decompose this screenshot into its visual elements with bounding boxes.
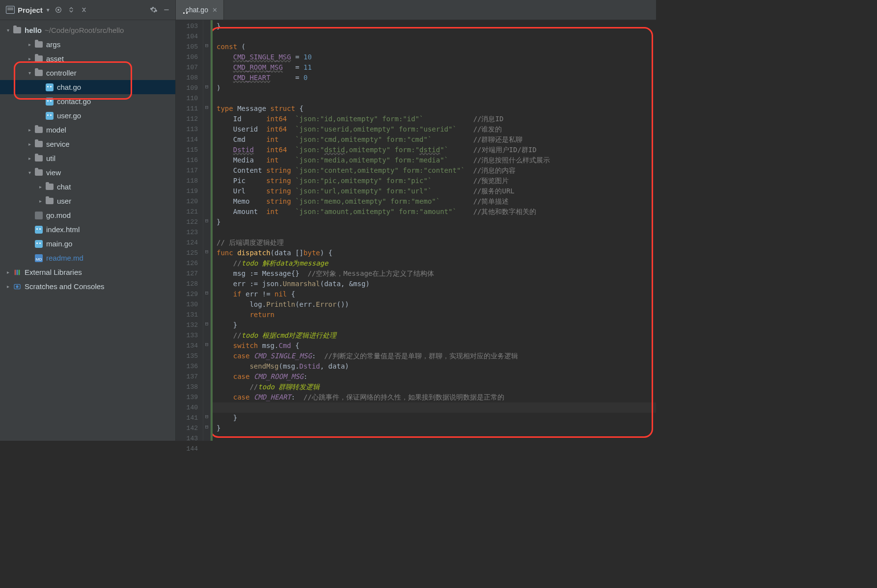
fold-marker[interactable] — [203, 185, 210, 195]
tree-item-chat[interactable]: ▸chat — [0, 180, 175, 194]
code-text[interactable]: } const ( CMD_SINGLE_MSG = 10 CMD_ROOM_M… — [213, 20, 656, 433]
fold-marker[interactable] — [203, 278, 210, 288]
fold-marker[interactable] — [203, 72, 210, 82]
tree-item-contact-go[interactable]: contact.go — [0, 94, 175, 108]
line-number[interactable]: 135 — [176, 351, 203, 361]
fold-marker[interactable]: ⊟ — [203, 288, 210, 298]
fold-marker[interactable] — [203, 154, 210, 164]
fold-marker[interactable] — [203, 267, 210, 278]
fold-marker[interactable]: ⊟ — [203, 340, 210, 350]
line-number[interactable]: 103 — [176, 21, 203, 31]
fold-marker[interactable] — [203, 20, 210, 30]
chevron-right-icon[interactable]: ▸ — [27, 156, 32, 161]
fold-marker[interactable] — [203, 123, 210, 134]
chevron-right-icon[interactable]: ▸ — [5, 269, 11, 275]
fold-marker[interactable] — [203, 226, 210, 237]
line-number[interactable]: 141 — [176, 413, 203, 423]
line-number[interactable]: 140 — [176, 402, 203, 413]
tree-item-user[interactable]: ▸user — [0, 194, 175, 208]
line-number[interactable]: 110 — [176, 93, 203, 104]
line-number[interactable]: 126 — [176, 258, 203, 268]
tree-item-model[interactable]: ▸model — [0, 123, 175, 137]
line-number[interactable]: 115 — [176, 145, 203, 155]
line-number[interactable]: 129 — [176, 289, 203, 299]
line-number[interactable]: 117 — [176, 165, 203, 176]
minimize-icon[interactable] — [162, 5, 171, 15]
line-gutter[interactable]: 1031041051061071081091101111121131141151… — [176, 20, 203, 441]
line-number[interactable]: 138 — [176, 382, 203, 392]
fold-marker[interactable] — [203, 401, 210, 412]
chevron-right-icon[interactable]: ▸ — [27, 56, 32, 62]
line-number[interactable]: 142 — [176, 423, 203, 433]
line-number[interactable]: 131 — [176, 310, 203, 320]
fold-marker[interactable] — [203, 257, 210, 267]
line-number[interactable]: 106 — [176, 52, 203, 62]
fold-marker[interactable]: ⊟ — [203, 412, 210, 422]
fold-marker[interactable]: ⊟ — [203, 319, 210, 329]
fold-marker[interactable] — [203, 206, 210, 216]
tree-item-readme-md[interactable]: MDreadme.md — [0, 251, 175, 265]
fold-marker[interactable] — [203, 432, 210, 443]
line-number[interactable]: 130 — [176, 299, 203, 310]
fold-marker[interactable] — [203, 113, 210, 123]
line-number[interactable]: 108 — [176, 73, 203, 83]
line-number[interactable]: 136 — [176, 361, 203, 372]
line-number[interactable]: 137 — [176, 372, 203, 382]
tree-item-user-go[interactable]: user.go — [0, 108, 175, 123]
line-number[interactable]: 122 — [176, 217, 203, 227]
line-number[interactable]: 109 — [176, 83, 203, 93]
chevron-right-icon[interactable]: ▸ — [5, 284, 11, 290]
tree-item-controller[interactable]: ▾controller — [0, 66, 175, 80]
line-number[interactable]: 124 — [176, 238, 203, 248]
line-number[interactable]: 144 — [176, 444, 203, 454]
tree-item-main-go[interactable]: main.go — [0, 237, 175, 251]
locate-icon[interactable] — [54, 5, 63, 15]
fold-marker[interactable]: ⊟ — [203, 247, 210, 257]
fold-marker[interactable]: ⊟ — [203, 216, 210, 226]
line-number[interactable]: 112 — [176, 114, 203, 124]
tree-root[interactable]: ▾ hello ~/Code/goRoot/src/hello — [0, 23, 175, 37]
fold-marker[interactable] — [203, 391, 210, 401]
line-number[interactable]: 139 — [176, 392, 203, 402]
fold-marker[interactable]: ⊟ — [203, 422, 210, 432]
tab-chat-go[interactable]: chat.go ✕ — [176, 0, 224, 20]
fold-marker[interactable] — [203, 298, 210, 309]
fold-marker[interactable] — [203, 144, 210, 154]
settings-icon[interactable] — [149, 5, 159, 15]
fold-marker[interactable] — [203, 329, 210, 340]
line-number[interactable]: 111 — [176, 104, 203, 114]
fold-marker[interactable] — [203, 360, 210, 371]
fold-marker[interactable]: ⊟ — [203, 82, 210, 92]
fold-marker[interactable] — [203, 371, 210, 381]
chevron-right-icon[interactable]: ▸ — [37, 184, 43, 190]
chevron-down-icon[interactable]: ▾ — [27, 170, 32, 176]
fold-marker[interactable] — [203, 443, 210, 453]
line-number[interactable]: 128 — [176, 279, 203, 289]
expand-all-icon[interactable] — [66, 5, 76, 15]
chevron-right-icon[interactable]: ▸ — [27, 141, 32, 147]
fold-marker[interactable]: ⊟ — [203, 41, 210, 51]
line-number[interactable]: 125 — [176, 248, 203, 258]
tree-item-go-mod[interactable]: go.mod — [0, 208, 175, 222]
tree-item-chat-go[interactable]: chat.go — [0, 80, 175, 94]
chevron-right-icon[interactable]: ▸ — [37, 198, 43, 204]
chevron-down-icon[interactable]: ▾ — [5, 27, 11, 33]
close-tab-icon[interactable]: ✕ — [212, 6, 218, 14]
tree-item-util[interactable]: ▸util — [0, 151, 175, 165]
chevron-right-icon[interactable]: ▸ — [27, 42, 32, 48]
tree-item-asset[interactable]: ▸asset — [0, 52, 175, 66]
fold-marker[interactable] — [203, 164, 210, 175]
line-number[interactable]: 116 — [176, 155, 203, 165]
line-number[interactable]: 123 — [176, 227, 203, 238]
tree-item-service[interactable]: ▸service — [0, 137, 175, 151]
line-number[interactable]: 113 — [176, 124, 203, 134]
fold-marker[interactable] — [203, 51, 210, 61]
project-title[interactable]: Project ▼ — [6, 6, 51, 14]
fold-marker[interactable]: ⊟ — [203, 103, 210, 113]
fold-marker[interactable] — [203, 92, 210, 103]
fold-marker[interactable] — [203, 195, 210, 206]
line-number[interactable]: 107 — [176, 62, 203, 73]
line-number[interactable]: 121 — [176, 207, 203, 217]
fold-marker[interactable] — [203, 61, 210, 72]
fold-marker[interactable] — [203, 381, 210, 391]
